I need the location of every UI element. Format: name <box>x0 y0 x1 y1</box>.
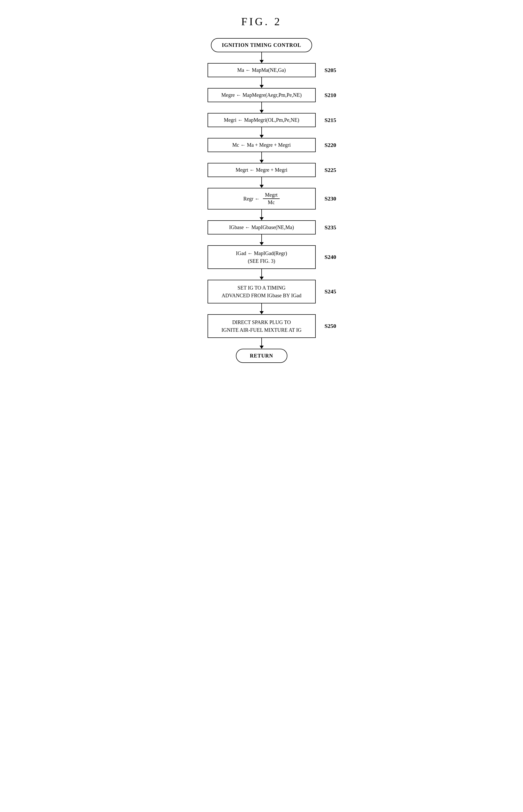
s205-container: Ma ← MapMa(NE,Ga) S205 <box>208 63 316 77</box>
connector-8 <box>174 234 349 245</box>
arrow <box>259 85 264 88</box>
connector-10 <box>174 303 349 314</box>
arrow <box>259 217 264 220</box>
s235-formula: IGbase ← MapIGbase(NE,Ma) <box>229 224 294 230</box>
s250-label: S250 <box>324 323 336 329</box>
line <box>262 52 262 60</box>
s235-node: IGbase ← MapIGbase(NE,Ma) <box>208 220 316 234</box>
s235-container: IGbase ← MapIGbase(NE,Ma) S235 <box>208 220 316 234</box>
line <box>262 338 262 346</box>
s250-line1: DIRECT SPARK PLUG TO <box>216 318 307 326</box>
end-node-row: RETURN <box>174 349 349 363</box>
s210-row: Megre ← MapMegre(Aegr,Pm,Pe,NE) S210 <box>174 88 349 102</box>
line <box>262 77 262 85</box>
s220-row: Mc ← Ma + Megre + Megri S220 <box>174 138 349 152</box>
s250-node: DIRECT SPARK PLUG TO IGNITE AIR-FUEL MIX… <box>208 314 316 338</box>
s230-fraction: Megrt Mc <box>263 192 279 205</box>
arrow <box>259 135 264 138</box>
line <box>262 234 262 242</box>
line <box>262 177 262 185</box>
s250-container: DIRECT SPARK PLUG TO IGNITE AIR-FUEL MIX… <box>208 314 316 338</box>
start-node: IGNITION TIMING CONTROL <box>211 38 312 52</box>
s225-row: Megrt ← Megre + Megri S225 <box>174 163 349 177</box>
s215-container: Megri ← MapMegri(OL,Pm,Pe,NE) S215 <box>208 113 316 127</box>
s215-node: Megri ← MapMegri(OL,Pm,Pe,NE) <box>208 113 316 127</box>
s205-label: S205 <box>324 67 336 74</box>
end-node: RETURN <box>236 349 287 363</box>
s215-row: Megri ← MapMegri(OL,Pm,Pe,NE) S215 <box>174 113 349 127</box>
s215-label: S215 <box>324 117 336 124</box>
s220-formula: Mc ← Ma + Megre + Megri <box>232 142 291 148</box>
s225-container: Megrt ← Megre + Megri S225 <box>208 163 316 177</box>
s210-container: Megre ← MapMegre(Aegr,Pm,Pe,NE) S210 <box>208 88 316 102</box>
start-node-container: IGNITION TIMING CONTROL <box>211 38 312 52</box>
s250-line2: IGNITE AIR-FUEL MIXTURE AT IG <box>216 326 307 334</box>
s230-node: Regr ← Megrt Mc <box>208 188 316 209</box>
s245-node: SET IG TO A TIMING ADVANCED FROM IGbase … <box>208 280 316 303</box>
s245-container: SET IG TO A TIMING ADVANCED FROM IGbase … <box>208 280 316 303</box>
arrow <box>259 160 264 163</box>
s225-formula: Megrt ← Megre + Megri <box>236 167 287 173</box>
connector-5 <box>174 152 349 163</box>
s240-label: S240 <box>324 254 336 261</box>
s230-row: Regr ← Megrt Mc S230 <box>174 188 349 209</box>
line <box>262 269 262 277</box>
s245-label: S245 <box>324 288 336 295</box>
connector-1 <box>174 52 349 63</box>
s215-formula: Megri ← MapMegri(OL,Pm,Pe,NE) <box>224 117 299 123</box>
s250-row: DIRECT SPARK PLUG TO IGNITE AIR-FUEL MIX… <box>174 314 349 338</box>
s220-label: S220 <box>324 142 336 149</box>
line <box>262 152 262 160</box>
connector-3 <box>174 102 349 113</box>
connector-9 <box>174 269 349 280</box>
s225-label: S225 <box>324 167 336 173</box>
s205-node: Ma ← MapMa(NE,Ga) <box>208 63 316 77</box>
arrow <box>259 185 264 188</box>
s240-row: IGad ← MapIGad(Regr) (SEE FIG. 3) S240 <box>174 245 349 269</box>
flowchart: IGNITION TIMING CONTROL Ma ← MapMa(NE,Ga… <box>174 38 349 363</box>
s240-line2: (SEE FIG. 3) <box>216 257 307 265</box>
s245-line2: ADVANCED FROM IGbase BY IGad <box>216 291 307 299</box>
s235-label: S235 <box>324 224 336 231</box>
figure-title: FIG. 2 <box>174 16 349 28</box>
s240-node: IGad ← MapIGad(Regr) (SEE FIG. 3) <box>208 245 316 269</box>
line <box>262 102 262 110</box>
s245-line1: SET IG TO A TIMING <box>216 284 307 291</box>
line <box>262 209 262 217</box>
s210-node: Megre ← MapMegre(Aegr,Pm,Pe,NE) <box>208 88 316 102</box>
s245-row: SET IG TO A TIMING ADVANCED FROM IGbase … <box>174 280 349 303</box>
line <box>262 127 262 135</box>
s230-numerator: Megrt <box>263 192 279 199</box>
arrow <box>259 60 264 63</box>
s210-formula: Megre ← MapMegre(Aegr,Pm,Pe,NE) <box>221 92 302 98</box>
s230-formula: Regr ← Megrt Mc <box>216 192 307 205</box>
arrow <box>259 346 264 349</box>
s205-row: Ma ← MapMa(NE,Ga) S205 <box>174 63 349 77</box>
arrow <box>259 242 264 245</box>
line <box>262 303 262 311</box>
start-node-row: IGNITION TIMING CONTROL <box>174 38 349 52</box>
page: FIG. 2 IGNITION TIMING CONTROL Ma ← MapM… <box>159 5 365 373</box>
arrow <box>259 110 264 113</box>
s230-container: Regr ← Megrt Mc S230 <box>208 188 316 209</box>
s230-denominator: Mc <box>268 199 275 205</box>
s225-node: Megrt ← Megre + Megri <box>208 163 316 177</box>
s205-formula: Ma ← MapMa(NE,Ga) <box>237 67 286 73</box>
connector-4 <box>174 127 349 138</box>
s220-container: Mc ← Ma + Megre + Megri S220 <box>208 138 316 152</box>
arrow <box>259 277 264 280</box>
connector-6 <box>174 177 349 188</box>
s220-node: Mc ← Ma + Megre + Megri <box>208 138 316 152</box>
arrow <box>259 311 264 314</box>
connector-2 <box>174 77 349 88</box>
end-node-container: RETURN <box>236 349 287 363</box>
connector-7 <box>174 209 349 220</box>
s210-label: S210 <box>324 92 336 98</box>
s240-container: IGad ← MapIGad(Regr) (SEE FIG. 3) S240 <box>208 245 316 269</box>
s230-prefix: Regr ← <box>244 196 260 202</box>
s240-line1: IGad ← MapIGad(Regr) <box>216 249 307 257</box>
connector-11 <box>174 338 349 349</box>
s235-row: IGbase ← MapIGbase(NE,Ma) S235 <box>174 220 349 234</box>
s230-label: S230 <box>324 195 336 202</box>
